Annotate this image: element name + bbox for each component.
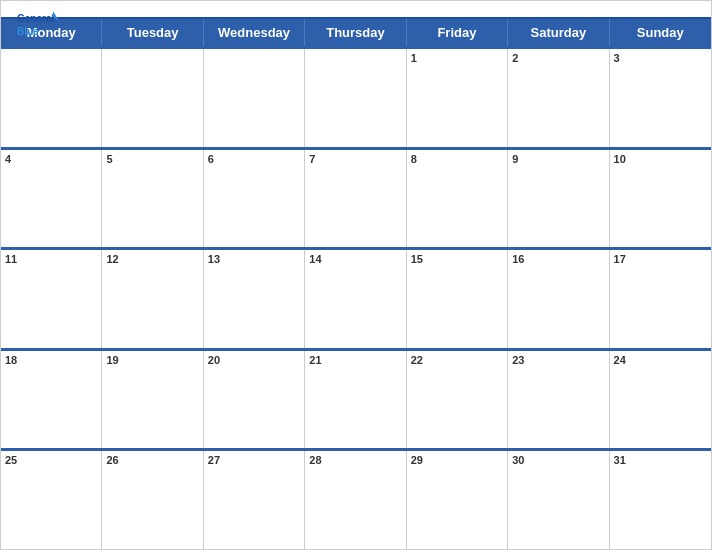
- day-number: 3: [614, 52, 620, 64]
- day-cell: [102, 49, 203, 147]
- day-cell: 10: [610, 150, 711, 248]
- day-number: 11: [5, 253, 17, 265]
- weeks-container: 1234567891011121314151617181920212223242…: [1, 46, 711, 549]
- day-header-tuesday: Tuesday: [102, 19, 203, 46]
- week-row-3: 18192021222324: [1, 348, 711, 449]
- day-number: 9: [512, 153, 518, 165]
- day-cell: 20: [204, 351, 305, 449]
- day-cell: 2: [508, 49, 609, 147]
- day-number: 17: [614, 253, 626, 265]
- day-header-thursday: Thursday: [305, 19, 406, 46]
- day-number: 25: [5, 454, 17, 466]
- week-row-1: 45678910: [1, 147, 711, 248]
- day-cell: [305, 49, 406, 147]
- day-cell: [1, 49, 102, 147]
- week-row-2: 11121314151617: [1, 247, 711, 348]
- day-number: 13: [208, 253, 220, 265]
- day-number: 21: [309, 354, 321, 366]
- day-header-sunday: Sunday: [610, 19, 711, 46]
- day-cell: 15: [407, 250, 508, 348]
- svg-text:Blue: Blue: [17, 26, 39, 37]
- day-cell: 13: [204, 250, 305, 348]
- day-number: 7: [309, 153, 315, 165]
- day-number: 23: [512, 354, 524, 366]
- day-cell: 16: [508, 250, 609, 348]
- day-cell: 17: [610, 250, 711, 348]
- day-cell: 3: [610, 49, 711, 147]
- day-cell: 29: [407, 451, 508, 549]
- day-cell: 4: [1, 150, 102, 248]
- general-blue-logo: General Blue: [17, 9, 59, 41]
- day-number: 2: [512, 52, 518, 64]
- day-cell: 19: [102, 351, 203, 449]
- svg-text:General: General: [17, 13, 54, 24]
- day-number: 19: [106, 354, 118, 366]
- day-cell: 6: [204, 150, 305, 248]
- day-cell: [204, 49, 305, 147]
- day-number: 29: [411, 454, 423, 466]
- calendar-header: General Blue: [1, 1, 711, 17]
- day-number: 1: [411, 52, 417, 64]
- day-number: 26: [106, 454, 118, 466]
- day-number: 31: [614, 454, 626, 466]
- day-headers: MondayTuesdayWednesdayThursdayFridaySatu…: [1, 19, 711, 46]
- calendar-container: General Blue MondayTuesdayWednesdayThurs…: [0, 0, 712, 550]
- day-number: 15: [411, 253, 423, 265]
- logo-wrapper: General Blue: [17, 9, 59, 41]
- day-number: 22: [411, 354, 423, 366]
- day-number: 4: [5, 153, 11, 165]
- calendar-grid: MondayTuesdayWednesdayThursdayFridaySatu…: [1, 17, 711, 549]
- day-number: 24: [614, 354, 626, 366]
- day-cell: 9: [508, 150, 609, 248]
- day-cell: 11: [1, 250, 102, 348]
- logo-area: General Blue: [17, 9, 59, 41]
- day-cell: 18: [1, 351, 102, 449]
- day-number: 18: [5, 354, 17, 366]
- day-cell: 23: [508, 351, 609, 449]
- day-cell: 7: [305, 150, 406, 248]
- day-header-saturday: Saturday: [508, 19, 609, 46]
- day-number: 12: [106, 253, 118, 265]
- week-row-4: 25262728293031: [1, 448, 711, 549]
- day-number: 6: [208, 153, 214, 165]
- day-cell: 31: [610, 451, 711, 549]
- day-cell: 26: [102, 451, 203, 549]
- day-cell: 8: [407, 150, 508, 248]
- day-number: 28: [309, 454, 321, 466]
- day-cell: 22: [407, 351, 508, 449]
- day-number: 5: [106, 153, 112, 165]
- week-row-0: 123: [1, 46, 711, 147]
- day-number: 14: [309, 253, 321, 265]
- day-number: 10: [614, 153, 626, 165]
- day-number: 20: [208, 354, 220, 366]
- day-header-wednesday: Wednesday: [204, 19, 305, 46]
- day-header-friday: Friday: [407, 19, 508, 46]
- day-cell: 24: [610, 351, 711, 449]
- day-number: 27: [208, 454, 220, 466]
- day-number: 30: [512, 454, 524, 466]
- day-number: 16: [512, 253, 524, 265]
- day-cell: 1: [407, 49, 508, 147]
- day-cell: 12: [102, 250, 203, 348]
- day-cell: 14: [305, 250, 406, 348]
- day-cell: 27: [204, 451, 305, 549]
- day-cell: 30: [508, 451, 609, 549]
- day-cell: 25: [1, 451, 102, 549]
- day-cell: 21: [305, 351, 406, 449]
- day-number: 8: [411, 153, 417, 165]
- day-cell: 5: [102, 150, 203, 248]
- day-cell: 28: [305, 451, 406, 549]
